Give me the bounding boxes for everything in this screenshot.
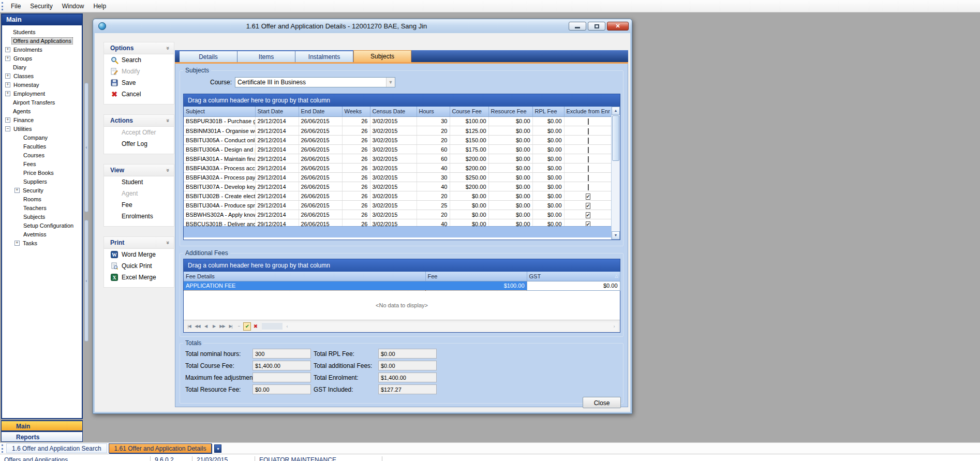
- tree-item-finance[interactable]: +Finance: [2, 115, 82, 124]
- maximum-fee-adjustment-field[interactable]: [253, 373, 311, 382]
- exclude-checkbox[interactable]: [588, 184, 589, 190]
- maximize-button[interactable]: [588, 22, 605, 31]
- column-header-end-date[interactable]: End Date: [299, 107, 342, 116]
- column-header-weeks[interactable]: Weeks: [342, 107, 370, 116]
- view-enrolments-button[interactable]: Enrolments: [104, 211, 174, 222]
- tree-item-company[interactable]: Company: [2, 133, 82, 142]
- group-by-bar[interactable]: Drag a column header here to group by th…: [184, 94, 620, 107]
- expand-icon[interactable]: +: [5, 82, 10, 87]
- subject-row[interactable]: BSBPUR301B - Purchase goods29/12/201426/…: [184, 117, 612, 126]
- close-window-button[interactable]: ✕: [607, 22, 629, 31]
- subject-row[interactable]: BSBINM301A - Organise workp29/12/201426/…: [184, 126, 612, 136]
- menu-security[interactable]: Security: [25, 1, 57, 11]
- exclude-checkbox[interactable]: [588, 166, 589, 172]
- tree-item-airport-transfers[interactable]: Airport Transfers: [2, 98, 82, 107]
- tree-item-avetmiss[interactable]: Avetmiss: [2, 230, 82, 239]
- group-by-bar[interactable]: Drag a column header here to group by th…: [184, 259, 620, 272]
- exclude-checkbox[interactable]: [588, 118, 589, 125]
- exclude-checkbox[interactable]: [586, 194, 591, 200]
- exclude-checkbox[interactable]: [586, 203, 591, 209]
- nav-prev-button[interactable]: ◀: [202, 322, 210, 331]
- close-button[interactable]: Close: [583, 397, 621, 408]
- modify-button[interactable]: Modify: [104, 66, 174, 77]
- tab-items[interactable]: Items: [237, 51, 295, 62]
- exclude-checkbox[interactable]: [588, 175, 589, 181]
- tree-item-classes[interactable]: +Classes: [2, 71, 82, 80]
- tree-item-utilities[interactable]: −Utilities: [2, 124, 82, 133]
- exclude-checkbox[interactable]: [588, 156, 589, 162]
- tree-item-courses[interactable]: Courses: [2, 151, 82, 159]
- total-course-fee-field[interactable]: $1,400.00: [253, 361, 311, 370]
- minimize-button[interactable]: [569, 22, 586, 31]
- view-agent-button[interactable]: Agent: [104, 188, 174, 199]
- subject-row[interactable]: BSBWHS302A - Apply knowled29/12/201426/0…: [184, 210, 612, 219]
- horizontal-scrollbar[interactable]: ‹ ›: [262, 322, 618, 331]
- expand-icon[interactable]: +: [5, 91, 10, 96]
- view-fee-button[interactable]: Fee: [104, 199, 174, 211]
- subject-row[interactable]: BSBCUS301B - Deliver and mo29/12/201426/…: [184, 219, 612, 226]
- menu-window[interactable]: Window: [57, 1, 89, 11]
- save-button[interactable]: Save: [104, 77, 174, 88]
- column-header-census-date[interactable]: Census Date: [370, 107, 417, 116]
- subject-row[interactable]: BSBFIA302A - Process payroll29/12/201426…: [184, 173, 612, 182]
- task-tab-offer-search[interactable]: 1.6 Offer and Application Search: [6, 443, 107, 453]
- expand-icon[interactable]: +: [14, 241, 20, 246]
- column-header-subject[interactable]: Subject: [184, 107, 255, 116]
- scroll-left-icon[interactable]: ‹: [284, 322, 291, 331]
- actions-section-header[interactable]: Actions »: [104, 115, 174, 127]
- tree-item-subjects[interactable]: Subjects: [2, 212, 82, 221]
- total-resource-fee-field[interactable]: $0.00: [253, 384, 311, 394]
- total-enrolment-field[interactable]: $1,400.00: [378, 373, 437, 382]
- taskbar-grip[interactable]: [2, 444, 4, 453]
- tree-item-homestay[interactable]: +Homestay: [2, 80, 82, 89]
- collapse-chevron-icon[interactable]: »: [165, 169, 171, 172]
- nav-delete-button[interactable]: −: [235, 322, 243, 331]
- course-dropdown[interactable]: Certificate III in Business ▼: [235, 77, 395, 87]
- tree-item-security[interactable]: +Security: [2, 186, 82, 195]
- menu-help[interactable]: Help: [88, 1, 111, 11]
- tree-item-offers-and-applications[interactable]: Offers and Applications: [2, 36, 82, 45]
- tree-item-rooms[interactable]: Rooms: [2, 195, 82, 203]
- collapse-chevron-icon[interactable]: »: [165, 241, 171, 244]
- scrollbar-thumb[interactable]: [612, 115, 619, 161]
- splitter-collapse-handle[interactable]: ‹: [84, 83, 88, 212]
- nav-first-button[interactable]: |◀: [185, 322, 193, 331]
- excel-merge-button[interactable]: X Excel Merge: [104, 272, 174, 283]
- tree-item-faculties[interactable]: Faculties: [2, 142, 82, 151]
- sidebar-main-button[interactable]: Main: [1, 420, 83, 431]
- tree-item-students[interactable]: Students: [2, 27, 82, 36]
- tree-item-price-books[interactable]: Price Books: [2, 168, 82, 177]
- column-header-rpl-fee[interactable]: RPL Fee: [532, 107, 564, 116]
- exclude-checkbox[interactable]: [586, 212, 591, 218]
- column-header-fee-details[interactable]: Fee Details: [184, 272, 425, 281]
- tree-item-fees[interactable]: Fees: [2, 159, 82, 168]
- column-header-hours[interactable]: Hours: [417, 107, 450, 116]
- dialog-title-bar[interactable]: 1.61 Offer and Application Details - 120…: [93, 19, 632, 33]
- subject-row[interactable]: BSBFIA303A - Process accoun29/12/201426/…: [184, 163, 612, 173]
- quick-print-button[interactable]: Quick Print: [104, 260, 174, 272]
- tree-item-diary[interactable]: Diary: [2, 63, 82, 71]
- scroll-down-icon[interactable]: ▼: [612, 231, 620, 240]
- offer-log-button[interactable]: Offer Log: [104, 138, 174, 150]
- nav-next-page-button[interactable]: ▶▶: [218, 322, 226, 331]
- tree-item-agents[interactable]: Agents: [2, 107, 82, 115]
- word-merge-button[interactable]: W Word Merge: [104, 249, 174, 260]
- tree-item-enrolments[interactable]: +Enrolments: [2, 45, 82, 54]
- total-nominal-hours-field[interactable]: 300: [253, 349, 311, 359]
- column-header-exclude[interactable]: Exclude from Enr: [564, 107, 612, 116]
- subject-row[interactable]: BSBITU304A - Produce spread29/12/201426/…: [184, 201, 612, 210]
- gst-edit-cell[interactable]: $0.00: [527, 281, 620, 290]
- exclude-checkbox[interactable]: [588, 138, 589, 144]
- collapse-chevron-icon[interactable]: »: [165, 119, 171, 122]
- task-tab-offer-details[interactable]: 1.61 Offer and Application Details: [109, 443, 212, 453]
- menu-file[interactable]: File: [6, 1, 25, 11]
- column-header-start-date[interactable]: Start Date: [255, 107, 299, 116]
- tree-item-teachers[interactable]: Teachers: [2, 203, 82, 212]
- tree-item-tasks[interactable]: +Tasks: [2, 239, 82, 247]
- expand-icon[interactable]: +: [5, 47, 10, 52]
- search-button[interactable]: Search: [104, 54, 174, 66]
- nav-next-button[interactable]: ▶: [210, 322, 218, 331]
- view-section-header[interactable]: View »: [104, 165, 174, 176]
- nav-last-button[interactable]: ▶|: [227, 322, 234, 331]
- accept-offer-button[interactable]: Accept Offer: [104, 127, 174, 138]
